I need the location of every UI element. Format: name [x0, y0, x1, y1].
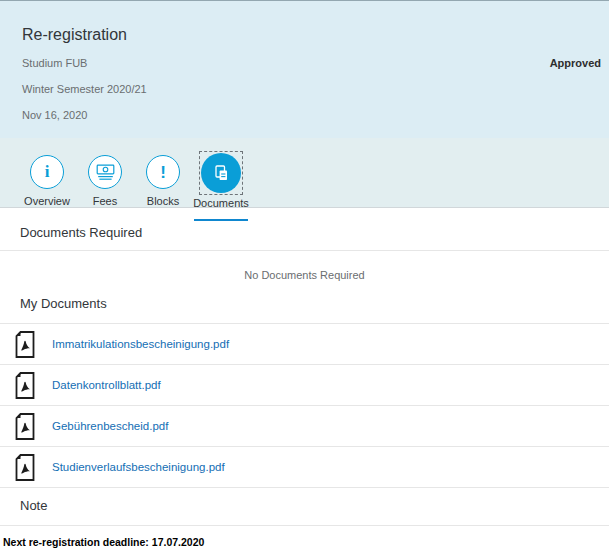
document-link[interactable]: Immatrikulationsbescheinigung.pdf — [52, 338, 229, 350]
tab-label: Overview — [24, 195, 70, 207]
tab-fees[interactable]: Fees — [76, 151, 134, 207]
info-icon: i — [30, 155, 64, 189]
section-heading-documents-required: Documents Required — [20, 225, 609, 240]
pdf-icon — [14, 413, 36, 440]
selected-tab-underline — [194, 219, 248, 221]
alert-icon: ! — [146, 155, 180, 189]
deadline-note: Next re-registration deadline: 17.07.202… — [3, 536, 609, 548]
tab-documents[interactable]: Documents — [192, 151, 250, 207]
document-row[interactable]: Immatrikulationsbescheinigung.pdf — [0, 324, 609, 365]
money-icon — [88, 155, 122, 189]
study-program-label: Studium FUB — [22, 57, 87, 70]
deadline-value: 17.07.2020 — [152, 536, 205, 548]
page-title: Re-registration — [22, 25, 603, 44]
divider — [0, 250, 609, 251]
section-heading-my-documents: My Documents — [20, 296, 609, 311]
document-link[interactable]: Gebührenbescheid.pdf — [52, 420, 168, 432]
semester-label: Winter Semester 2020/21 — [22, 83, 603, 96]
tab-label: Fees — [93, 195, 117, 207]
document-row[interactable]: Datenkontrollblatt.pdf — [0, 365, 609, 406]
pdf-icon — [14, 331, 36, 358]
tab-blocks[interactable]: ! Blocks — [134, 151, 192, 207]
documents-icon — [201, 153, 241, 193]
status-badge: Approved — [550, 57, 603, 69]
date-label: Nov 16, 2020 — [22, 109, 603, 122]
icon-tab-bar: i Overview Fees ! Blocks — [0, 138, 609, 208]
divider — [0, 525, 609, 526]
pdf-icon — [14, 454, 36, 481]
deadline-label: Next re-registration deadline: — [3, 536, 149, 548]
pdf-icon — [14, 372, 36, 399]
empty-state-message: No Documents Required — [0, 269, 609, 282]
document-link[interactable]: Studienverlaufsbescheinigung.pdf — [52, 461, 225, 473]
tab-label: Blocks — [147, 195, 179, 207]
tab-label: Documents — [193, 197, 249, 209]
section-heading-note: Note — [20, 498, 609, 513]
tab-overview[interactable]: i Overview — [18, 151, 76, 207]
object-page-header: Re-registration Studium FUB Approved Win… — [0, 0, 609, 138]
document-row[interactable]: Gebührenbescheid.pdf — [0, 406, 609, 447]
document-row[interactable]: Studienverlaufsbescheinigung.pdf — [0, 447, 609, 488]
focus-ring — [199, 151, 243, 195]
document-link[interactable]: Datenkontrollblatt.pdf — [52, 379, 161, 391]
documents-panel: Documents Required No Documents Required… — [0, 225, 609, 548]
